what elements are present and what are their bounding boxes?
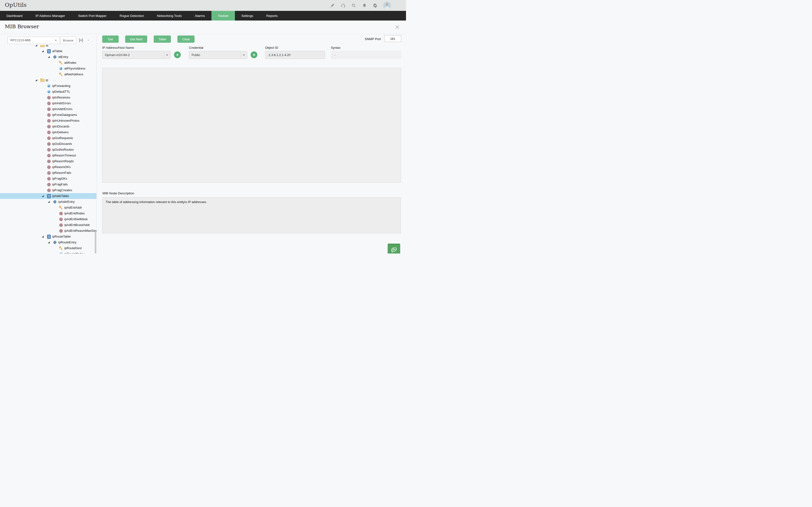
tree-node-label: ipAdEntNetMask xyxy=(64,217,88,221)
tree-node-ipadentnetmask[interactable]: ipAdEntNetMask xyxy=(0,216,96,222)
tree-node-ipaddrentry[interactable]: ipAddrEntry xyxy=(0,199,96,205)
tree-node-iproutetable[interactable]: ipRouteTable xyxy=(0,234,96,239)
mib-node-description-label: MIB Node Description xyxy=(102,191,134,195)
expand-arrow-icon[interactable] xyxy=(35,79,37,81)
get-button[interactable]: Get xyxy=(102,36,119,43)
tree-node-ipfragcreates[interactable]: ipFragCreates xyxy=(0,187,96,193)
tree-node-label: ipOutNoRoutes xyxy=(52,148,74,151)
expand-arrow-icon[interactable] xyxy=(42,195,44,197)
table-button[interactable]: Table xyxy=(154,36,171,43)
sidebar-scrollbar-thumb[interactable] xyxy=(95,232,96,253)
tree-node-label: ipForwarding xyxy=(52,84,70,88)
expand-all-button[interactable]: [+] xyxy=(79,38,83,42)
tree-node-attable[interactable]: atTable xyxy=(0,48,96,54)
denied-icon xyxy=(47,124,51,129)
tree-node-iprouteifindex[interactable]: ipRouteIfIndex xyxy=(0,251,96,253)
tree-node-iprouteentry[interactable]: ipRouteEntry xyxy=(0,239,96,245)
get-next-button[interactable]: Get Next xyxy=(125,36,147,43)
tree-node-ipfragoks[interactable]: ipFragOKs xyxy=(0,176,96,181)
tree-node-ipadentifindex[interactable]: ipAdEntIfIndex xyxy=(0,211,96,216)
nav-tab-ip-address-manager[interactable]: IP Address Manager xyxy=(29,11,71,20)
ip-host-select[interactable]: Opman-m10-64-2 xyxy=(102,51,170,59)
expand-arrow-icon[interactable] xyxy=(48,241,50,243)
search-icon[interactable] xyxy=(351,3,356,8)
page-title: MIB Browser xyxy=(5,24,39,30)
tree-node-label: ipReasmReqds xyxy=(52,159,74,163)
tree-node-ipadentaddr[interactable]: ipAdEntAddr xyxy=(0,205,96,211)
tree-node-ipreasmoks[interactable]: ipReasmOKs xyxy=(0,164,96,170)
credential-select[interactable]: Public xyxy=(189,51,247,59)
tree-node-ipadentbcastaddr[interactable]: ipAdEntBcastAddr xyxy=(0,222,96,228)
tree-node-ipreasmreqds[interactable]: ipReasmReqds xyxy=(0,158,96,164)
ip-host-value: Opman-m10-64-2 xyxy=(105,53,130,57)
tree-node-at[interactable]: at xyxy=(0,45,96,48)
expand-arrow-icon[interactable] xyxy=(42,236,44,237)
nav-tab-alarms[interactable]: Alarms xyxy=(188,11,211,20)
tree-node-ipforwdatagrams[interactable]: ipForwDatagrams xyxy=(0,112,96,118)
syntax-label: Syntax xyxy=(331,46,341,50)
chevron-down-icon xyxy=(243,55,245,56)
tree-node-atifindex[interactable]: atIfIndex xyxy=(0,60,96,66)
tree-node-ipreasmfails[interactable]: ipReasmFails xyxy=(0,170,96,176)
expand-arrow-icon[interactable] xyxy=(48,201,50,203)
folder-icon xyxy=(40,78,45,82)
nav-tab-rogue-detection[interactable]: Rogue Detection xyxy=(113,11,151,20)
nav-tab-toolset[interactable]: Toolset xyxy=(211,11,235,20)
page-header: MIB Browser xyxy=(0,20,406,34)
nav-tab-dashboard[interactable]: Dashboard xyxy=(0,11,29,20)
entry-icon xyxy=(53,240,57,244)
headset-icon[interactable] xyxy=(341,3,346,8)
key-icon xyxy=(59,246,63,250)
tree-node-label: atPhysAddress xyxy=(64,67,85,70)
browse-button[interactable]: Browse xyxy=(60,37,76,44)
tree-node-ipforwarding[interactable]: ipForwarding xyxy=(0,83,96,89)
scalar-icon xyxy=(59,66,63,71)
rocket-icon[interactable] xyxy=(330,3,335,8)
nav-tab-settings[interactable]: Settings xyxy=(235,11,260,20)
tree-node-ipadentreasmmaxsize[interactable]: ipAdEntReasmMaxSize xyxy=(0,228,96,234)
close-icon[interactable] xyxy=(395,24,400,30)
expand-arrow-icon[interactable] xyxy=(48,56,50,58)
object-id-input[interactable]: .1.3.6.1.2.1.4.20 xyxy=(265,51,325,59)
tree-node-ipindelivers[interactable]: ipInDelivers xyxy=(0,129,96,135)
expand-arrow-icon[interactable] xyxy=(35,45,37,46)
nav-tabs: DashboardIP Address ManagerSwitch Port M… xyxy=(0,11,406,20)
tree-node-atentry[interactable]: atEntry xyxy=(0,54,96,60)
add-host-button[interactable]: + xyxy=(174,51,181,58)
scalar-icon xyxy=(59,252,63,253)
nav-tab-switch-port-mapper[interactable]: Switch Port Mapper xyxy=(71,11,113,20)
gear-icon[interactable] xyxy=(373,3,377,8)
add-credential-button[interactable]: + xyxy=(251,51,257,58)
tree-node-ipinunknownprotos[interactable]: ipInUnknownProtos xyxy=(0,118,96,124)
denied-icon xyxy=(47,165,51,169)
tree-node-ipindiscards[interactable]: ipInDiscards xyxy=(0,124,96,129)
tree-node-ipoutdiscards[interactable]: ipOutDiscards xyxy=(0,141,96,147)
tree-node-ipinhdrerrors[interactable]: ipInHdrErrors xyxy=(0,101,96,106)
nav-tab-reports[interactable]: Reports xyxy=(260,11,284,20)
user-avatar[interactable] xyxy=(383,2,391,9)
denied-icon xyxy=(47,130,51,134)
tree-node-ipaddrtable[interactable]: ipAddrTable xyxy=(0,193,96,199)
tree-node-iproutedest[interactable]: ipRouteDest xyxy=(0,245,96,251)
tree-node-label: ipOutRequests xyxy=(52,136,73,140)
collapse-all-button[interactable]: - xyxy=(88,38,89,42)
tree-node-atnetaddress[interactable]: atNetAddress xyxy=(0,71,96,77)
clear-button[interactable]: Clear xyxy=(177,36,195,43)
expand-arrow-icon[interactable] xyxy=(42,50,44,52)
bell-icon[interactable] xyxy=(362,3,367,8)
snmp-port-input[interactable] xyxy=(384,35,401,42)
mib-module-select[interactable]: RFC1213-MIB xyxy=(7,37,60,44)
nav-tab-networking-tools[interactable]: Networking Tools xyxy=(151,11,189,20)
key-icon xyxy=(59,72,63,76)
tree-node-ipdefaultttl[interactable]: ipDefaultTTL xyxy=(0,89,96,95)
tree-node-atphysaddress[interactable]: atPhysAddress xyxy=(0,66,96,71)
tree-node-ipoutnoroutes[interactable]: ipOutNoRoutes xyxy=(0,147,96,153)
tree-node-ip[interactable]: ip xyxy=(0,77,96,83)
tree-node-ipfragfails[interactable]: ipFragFails xyxy=(0,181,96,187)
tree-node-ipinaddrerrors[interactable]: ipInAddrErrors xyxy=(0,106,96,112)
tree-node-label: ipForwDatagrams xyxy=(52,113,77,117)
tree-node-ipoutrequests[interactable]: ipOutRequests xyxy=(0,135,96,141)
tree-node-ipinreceives[interactable]: ipInReceives xyxy=(0,95,96,101)
tree-node-ipreasmtimeout[interactable]: ipReasmTimeout xyxy=(0,153,96,158)
live-chat-button[interactable] xyxy=(388,243,400,253)
